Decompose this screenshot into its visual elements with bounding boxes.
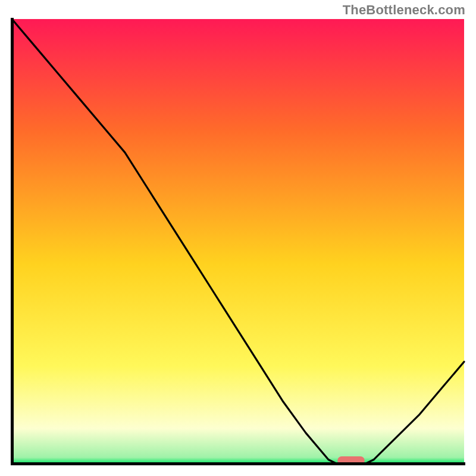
watermark-text: TheBottleneck.com xyxy=(343,2,465,18)
bottleneck-chart xyxy=(11,18,465,465)
chart-svg xyxy=(11,18,465,465)
gradient-background xyxy=(12,19,464,464)
